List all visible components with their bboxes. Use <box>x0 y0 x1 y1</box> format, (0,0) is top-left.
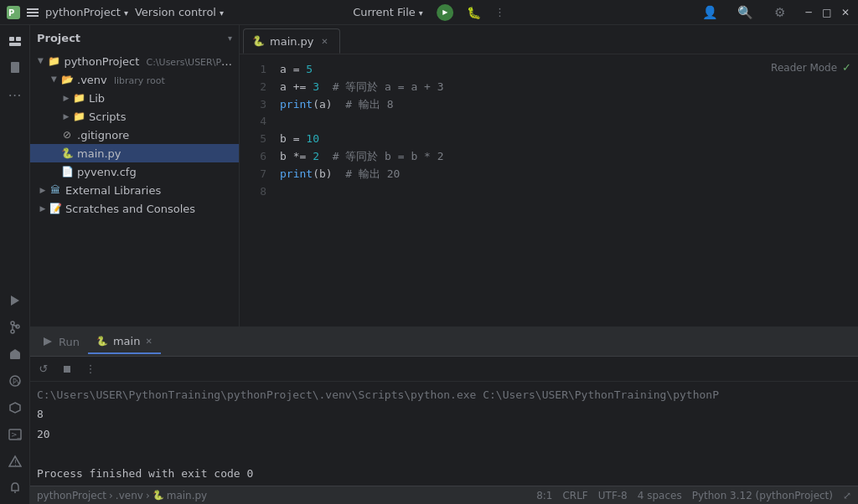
settings-gear-icon[interactable]: ⚙ <box>768 0 793 25</box>
tab-main-close-icon[interactable]: ✕ <box>145 337 152 346</box>
tree-item-scripts[interactable]: ▶ 📁 Scripts <box>30 107 239 126</box>
icon-services[interactable] <box>3 395 28 420</box>
tree-item-venv[interactable]: ▶ 📂 .venv library root <box>30 70 239 89</box>
status-position-label: 8:1 <box>536 490 552 501</box>
tree-item-pythonproject[interactable]: ▶ 📁 pythonProject C:\Users\USER\PythonTr… <box>30 52 239 70</box>
panel-output: C:\Users\USER\PythonTraining\pythonProje… <box>30 382 858 486</box>
run-tab-icon <box>42 336 54 347</box>
stop-button[interactable] <box>57 359 77 379</box>
svg-marker-14 <box>10 349 20 352</box>
status-python-version[interactable]: Python 3.12 (pythonProject) <box>692 490 833 501</box>
code-line-2: a += 3 # 等同於 a = a + 3 <box>280 79 858 96</box>
svg-marker-22 <box>44 337 52 346</box>
icon-notifications[interactable] <box>3 476 28 501</box>
status-project-path[interactable]: pythonProject › .venv › 🐍 main.py <box>37 490 207 501</box>
tree-item-scratches[interactable]: ▶ 📝 Scratches and Consoles <box>30 199 239 218</box>
tree-label-gitignore: .gitignore <box>77 129 129 141</box>
status-indent[interactable]: 4 spaces <box>638 490 682 501</box>
svg-text:P: P <box>8 8 14 18</box>
code-line-6: b *= 2 # 等同於 b = b * 2 <box>280 148 858 166</box>
search-everywhere-icon[interactable]: 🔍 <box>732 0 757 25</box>
close-button[interactable]: ✕ <box>840 7 851 18</box>
tree-item-gitignore[interactable]: ▶ ⊘ .gitignore <box>30 126 239 144</box>
code-line-5: b = 10 <box>280 131 858 148</box>
title-bar-center: Current File 🐛 ⋮ <box>353 4 505 21</box>
folder-icon-pythonproject: 📁 <box>47 54 60 68</box>
svg-marker-7 <box>11 296 19 306</box>
hamburger-menu-icon[interactable] <box>27 8 39 17</box>
svg-rect-13 <box>10 352 20 359</box>
tree-label-ext-libs: External Libraries <box>65 184 161 197</box>
sidebar-header: Project <box>30 25 239 50</box>
status-encoding-label: UTF-8 <box>598 490 628 501</box>
version-control-button[interactable]: Version control <box>135 6 224 18</box>
icon-bar: ⋯ Py >_ ! <box>0 25 30 504</box>
gitignore-icon: ⊘ <box>60 128 74 141</box>
sidebar-tree: ▶ 📁 pythonProject C:\Users\USER\PythonTr… <box>30 50 239 327</box>
tree-item-pyvenv-cfg[interactable]: ▶ 📄 pyvenv.cfg <box>30 162 239 181</box>
icon-problems[interactable]: ! <box>3 449 28 474</box>
top-section: Project ▶ 📁 pythonProject C:\Users\USER\… <box>30 25 858 327</box>
icon-packages[interactable] <box>3 342 28 367</box>
code-line-4 <box>280 113 858 131</box>
status-encoding[interactable]: UTF-8 <box>598 490 628 501</box>
tab-close-main-py[interactable]: ✕ <box>319 35 331 47</box>
tree-item-external-libraries[interactable]: ▶ 🏛 External Libraries <box>30 181 239 199</box>
run-button[interactable] <box>437 4 453 21</box>
profile-icon[interactable]: 👤 <box>697 0 722 25</box>
icon-run-panel[interactable] <box>3 288 28 313</box>
content-area: Project ▶ 📁 pythonProject C:\Users\USER\… <box>30 25 858 504</box>
status-bar-left: pythonProject › .venv › 🐍 main.py <box>37 490 207 501</box>
tree-item-lib[interactable]: ▶ 📁 Lib <box>30 89 239 107</box>
status-file-label: main.py <box>167 490 208 501</box>
tree-label-main-py: main.py <box>77 147 121 160</box>
maximize-button[interactable]: □ <box>821 7 833 18</box>
debug-button[interactable]: 🐛 <box>467 6 481 19</box>
status-position[interactable]: 8:1 <box>536 490 552 501</box>
tree-label-lib: Lib <box>89 92 105 105</box>
output-blank-line <box>37 444 851 463</box>
window-controls: ─ □ ✕ <box>803 7 851 18</box>
project-name[interactable]: pythonProject <box>45 6 128 18</box>
status-project-label: pythonProject <box>37 490 106 501</box>
ext-libs-icon: 🏛 <box>49 183 62 197</box>
python-file-icon: 🐍 <box>60 147 74 160</box>
tree-arrow-scratches: ▶ <box>37 203 49 214</box>
code-line-3: print(a) # 輸出 8 <box>280 96 858 114</box>
main-layout: ⋯ Py >_ ! <box>0 25 858 504</box>
status-line-ending[interactable]: CRLF <box>562 490 587 501</box>
icon-more[interactable]: ⋯ <box>3 82 28 107</box>
tab-run-label: Run <box>59 336 80 348</box>
code-editor[interactable]: a = 5 a += 3 # 等同於 a = a + 3 print(a) # … <box>273 54 858 327</box>
tree-label-scripts: Scripts <box>89 111 126 123</box>
version-control-label: Version control <box>135 6 216 18</box>
project-chevron-icon <box>124 6 128 18</box>
tab-main[interactable]: 🐍 main ✕ <box>88 329 161 354</box>
current-file-selector[interactable]: Current File <box>353 6 423 18</box>
tree-arrow-lib: ▶ <box>60 92 72 104</box>
svg-rect-3 <box>9 43 21 46</box>
sidebar: Project ▶ 📁 pythonProject C:\Users\USER\… <box>30 25 240 327</box>
icon-project[interactable] <box>3 28 28 54</box>
current-file-label: Current File <box>353 6 416 18</box>
icon-python-console[interactable]: Py <box>3 368 28 393</box>
reader-mode-check-icon[interactable]: ✓ <box>842 61 851 74</box>
tab-main-py[interactable]: 🐍 main.py ✕ <box>243 28 340 54</box>
sidebar-title: Project <box>37 32 225 44</box>
tree-item-main-py[interactable]: ▶ 🐍 main.py <box>30 144 239 162</box>
more-actions-button[interactable]: ⋮ <box>494 6 505 18</box>
icon-git[interactable] <box>3 315 28 340</box>
status-expand-icon[interactable]: ⤢ <box>843 490 851 501</box>
editor-tabs: 🐍 main.py ✕ <box>240 25 858 54</box>
status-venv-label: .venv <box>116 490 143 501</box>
expand-icon: ⤢ <box>843 490 851 501</box>
minimize-button[interactable]: ─ <box>803 7 814 18</box>
icon-bookmarks[interactable] <box>3 55 28 80</box>
reader-mode-bar: Reader Mode ✓ <box>771 61 851 74</box>
icon-terminal[interactable]: >_ <box>3 422 28 447</box>
panel-more-button[interactable]: ⋮ <box>80 359 101 379</box>
rerun-button[interactable]: ↺ <box>34 359 54 379</box>
status-python-icon: 🐍 <box>152 490 164 501</box>
tab-main-icon: 🐍 <box>96 336 108 347</box>
tab-run[interactable]: Run <box>34 329 88 354</box>
